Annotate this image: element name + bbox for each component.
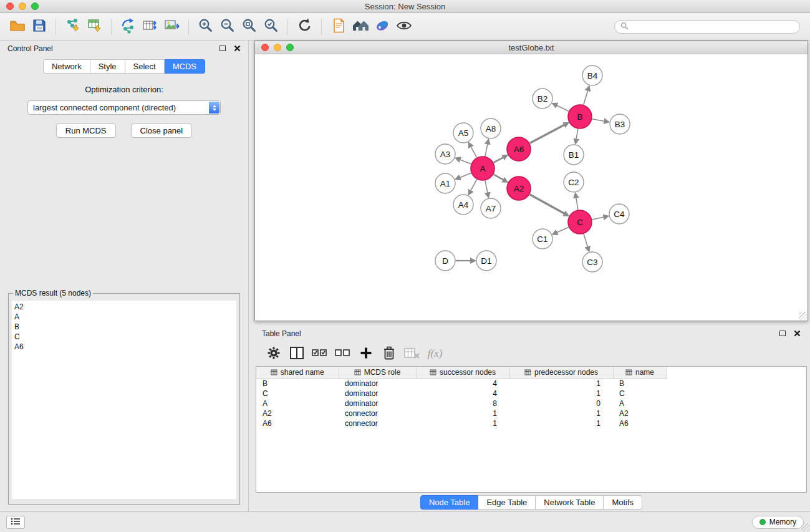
- save-session-button[interactable]: [28, 16, 50, 37]
- add-column-button[interactable]: [354, 343, 377, 364]
- network-node-A[interactable]: A: [471, 157, 494, 180]
- network-node-A2[interactable]: A2: [507, 177, 531, 200]
- settings-gear-button[interactable]: [262, 343, 285, 364]
- table-cell[interactable]: A: [613, 399, 667, 409]
- resize-grip-icon[interactable]: [799, 312, 807, 320]
- mcds-result-item[interactable]: A2: [14, 302, 234, 312]
- export-table-button[interactable]: [139, 16, 161, 37]
- mcds-result-item[interactable]: A6: [14, 342, 234, 352]
- function-builder-button[interactable]: f(x): [423, 343, 446, 364]
- mcds-result-item[interactable]: B: [14, 322, 234, 332]
- table-cell[interactable]: C: [256, 389, 339, 399]
- network-graph[interactable]: B4B2BB3A8A5A6A3B1AC2A1A2A4A7C4CC1C3DD1: [255, 54, 808, 321]
- export-image-button[interactable]: [161, 16, 183, 37]
- network-node-C[interactable]: C: [568, 210, 592, 234]
- float-table-panel-icon[interactable]: [779, 331, 786, 336]
- table-cell[interactable]: 1: [509, 409, 613, 418]
- open-session-button[interactable]: [6, 16, 28, 37]
- import-table-button[interactable]: [84, 16, 105, 37]
- column-header-successor-nodes[interactable]: successor nodes: [416, 367, 509, 379]
- zoom-fit-button[interactable]: [238, 16, 260, 37]
- zoom-out-button[interactable]: [216, 16, 238, 37]
- table-cell[interactable]: A: [256, 399, 339, 409]
- close-table-panel-icon[interactable]: [794, 330, 801, 337]
- network-edge-A-A3[interactable]: [456, 158, 471, 164]
- network-edge-C-C3[interactable]: [584, 234, 589, 251]
- delete-table-button[interactable]: [400, 343, 423, 364]
- network-node-A1[interactable]: A1: [435, 173, 455, 193]
- network-node-A5[interactable]: A5: [453, 123, 473, 143]
- style-button[interactable]: [371, 16, 393, 37]
- table-cell[interactable]: 1: [416, 409, 509, 418]
- refresh-button[interactable]: [294, 16, 316, 37]
- network-edge-C-C2[interactable]: [576, 194, 578, 210]
- network-list-button[interactable]: [6, 516, 25, 529]
- network-node-B[interactable]: B: [568, 105, 592, 128]
- network-node-A3[interactable]: A3: [435, 144, 455, 164]
- table-cell[interactable]: A6: [256, 418, 339, 428]
- network-node-B1[interactable]: B1: [564, 145, 584, 165]
- tab-network[interactable]: Network: [43, 59, 90, 74]
- network-node-C3[interactable]: C3: [582, 252, 602, 272]
- network-node-B2[interactable]: B2: [533, 89, 552, 109]
- tab-select[interactable]: Select: [125, 59, 165, 74]
- network-edge-B-B4[interactable]: [584, 87, 589, 105]
- column-header-predecessor-nodes[interactable]: predecessor nodes: [509, 367, 613, 379]
- close-panel-icon[interactable]: [234, 45, 241, 52]
- table-cell[interactable]: B: [613, 379, 667, 389]
- network-zoom-button[interactable]: [286, 44, 294, 51]
- network-node-D[interactable]: D: [435, 251, 455, 271]
- network-node-B3[interactable]: B3: [610, 114, 630, 134]
- table-cell[interactable]: A2: [256, 409, 339, 418]
- table-cell[interactable]: A2: [613, 409, 667, 418]
- home-button[interactable]: [349, 16, 371, 37]
- network-edge-C-C1[interactable]: [553, 227, 569, 234]
- mcds-result-item[interactable]: A: [14, 312, 234, 322]
- close-panel-button[interactable]: Close panel: [131, 123, 193, 138]
- table-row[interactable]: A6connector11A6: [256, 418, 806, 428]
- table-cell[interactable]: 1: [416, 418, 509, 428]
- float-panel-icon[interactable]: [219, 46, 226, 51]
- tab-network-table[interactable]: Network Table: [536, 495, 604, 510]
- delete-column-button[interactable]: [377, 343, 400, 364]
- minimize-window-button[interactable]: [19, 2, 26, 10]
- table-cell[interactable]: dominator: [339, 389, 416, 399]
- table-cell[interactable]: 4: [416, 379, 509, 389]
- table-cell[interactable]: A6: [613, 418, 667, 428]
- network-node-C2[interactable]: C2: [564, 172, 584, 192]
- table-row[interactable]: Adominator80A: [256, 399, 806, 409]
- network-edge-A-A5[interactable]: [469, 143, 476, 158]
- network-minimize-button[interactable]: [274, 44, 281, 51]
- table-cell[interactable]: connector: [339, 418, 416, 428]
- run-mcds-button[interactable]: Run MCDS: [56, 123, 116, 138]
- network-edge-C-C4[interactable]: [592, 216, 608, 220]
- network-view[interactable]: B4B2BB3A8A5A6A3B1AC2A1A2A4A7C4CC1C3DD1: [255, 54, 808, 321]
- select-all-button[interactable]: [308, 343, 331, 364]
- network-edge-B-B3[interactable]: [592, 119, 609, 122]
- tab-edge-table[interactable]: Edge Table: [478, 495, 536, 510]
- table-row[interactable]: A2connector11A2: [256, 409, 806, 418]
- zoom-in-button[interactable]: [195, 16, 216, 37]
- import-network-button[interactable]: [62, 16, 84, 37]
- network-edge-A-A6[interactable]: [494, 155, 507, 162]
- table-cell[interactable]: 1: [509, 418, 613, 428]
- column-header-MCDS-role[interactable]: MCDS role: [339, 367, 416, 379]
- search-field[interactable]: [614, 20, 800, 34]
- network-edge-B-B2[interactable]: [553, 104, 569, 111]
- network-edge-B-B1[interactable]: [576, 129, 578, 143]
- column-header-shared-name[interactable]: shared name: [256, 367, 339, 379]
- network-node-C1[interactable]: C1: [533, 229, 552, 249]
- table-cell[interactable]: dominator: [339, 379, 416, 389]
- network-edge-A-A8[interactable]: [485, 140, 488, 157]
- tab-motifs[interactable]: Motifs: [604, 495, 642, 510]
- table-cell[interactable]: 8: [416, 399, 509, 409]
- network-close-button[interactable]: [261, 44, 269, 51]
- tab-node-table[interactable]: Node Table: [420, 495, 479, 510]
- mcds-result-item[interactable]: C: [14, 332, 234, 342]
- table-cell[interactable]: dominator: [339, 399, 416, 409]
- network-node-C4[interactable]: C4: [609, 204, 629, 224]
- table-row[interactable]: Cdominator41C: [256, 389, 806, 399]
- memory-button[interactable]: Memory: [752, 516, 804, 529]
- table-cell[interactable]: 4: [416, 389, 509, 399]
- table-cell[interactable]: 1: [509, 379, 613, 389]
